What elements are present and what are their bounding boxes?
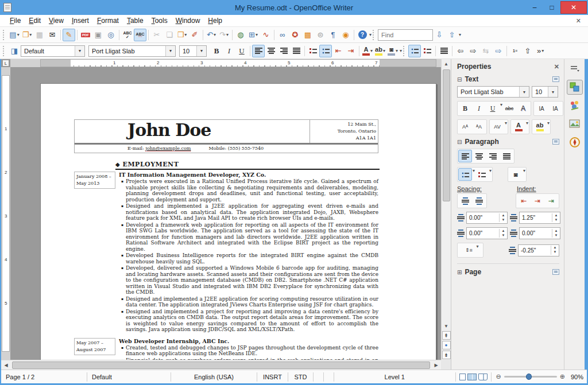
expand-icon[interactable]: ⊞ xyxy=(457,269,462,275)
copy-button[interactable]: ❏ xyxy=(163,29,176,41)
vertical-scroll-thumb[interactable] xyxy=(443,69,450,201)
text-dialog-launcher-icon[interactable] xyxy=(552,76,559,82)
toolbar-overflow-arrow[interactable]: ▾ xyxy=(369,32,372,37)
clone-formatting-button[interactable]: ✐ xyxy=(188,29,201,41)
find-previous-button[interactable]: ⇧ xyxy=(446,29,458,41)
vertical-scrollbar[interactable]: ▲ ▼ ⇞ ● ⇟ xyxy=(441,59,451,360)
decrease-indent-button[interactable]: ⇤ xyxy=(332,45,345,57)
gallery-button[interactable]: ▩ xyxy=(301,29,314,41)
tab-properties[interactable] xyxy=(567,80,583,95)
spinner-arrows[interactable]: ▲▼ xyxy=(552,229,560,238)
promote-level-button[interactable]: ⇦ xyxy=(454,45,467,57)
save-button[interactable]: ▦ xyxy=(33,29,46,41)
menu-table[interactable]: Table xyxy=(123,15,148,26)
outline-level-indicator[interactable]: Level 1 xyxy=(334,372,456,382)
paste-button[interactable]: ❒▾ xyxy=(176,29,188,41)
help-button[interactable]: ? xyxy=(356,29,369,41)
find-replace-button[interactable]: ∞ xyxy=(276,29,289,41)
title-bar[interactable]: My Resume.odt - OpenOffice Writer – □ ✕ xyxy=(0,0,588,15)
sidebar-bold-button[interactable]: B xyxy=(458,102,472,115)
menu-help[interactable]: Help xyxy=(204,15,226,26)
sidebar-justify-button[interactable] xyxy=(500,150,513,162)
highlighting-button[interactable]: ab▾ xyxy=(374,45,386,57)
formatting-marks-button[interactable]: ¶ xyxy=(327,29,339,41)
character-spacing-button[interactable]: AV xyxy=(490,120,504,133)
new-document-button[interactable]: ▤▾ xyxy=(8,29,21,41)
align-left-button[interactable] xyxy=(252,45,265,57)
dropdown-arrow-icon[interactable]: ▾ xyxy=(489,168,492,181)
tab-styles[interactable] xyxy=(567,98,583,113)
redo-button[interactable]: ↷▾ xyxy=(218,29,230,41)
sidebar-increase-indent-button[interactable]: ⇥ xyxy=(531,195,544,207)
insert-mode-indicator[interactable]: INSRT xyxy=(257,372,288,382)
find-input[interactable] xyxy=(378,29,433,41)
multi-page-view-icon[interactable] xyxy=(467,374,477,380)
numbering-on-off-button[interactable] xyxy=(421,45,434,57)
data-sources-button[interactable]: ⊜ xyxy=(314,29,327,41)
document-modified-indicator[interactable] xyxy=(314,372,324,382)
horizontal-scroll-thumb[interactable] xyxy=(12,361,430,369)
align-center-button[interactable] xyxy=(265,45,277,57)
menu-insert[interactable]: Insert xyxy=(68,15,93,26)
toolbar-overflow-arrow[interactable]: ▾ xyxy=(400,48,402,53)
document-page[interactable]: John Doe 12 Main St., Toronto, Ontario A… xyxy=(40,83,436,360)
decrease-spacing-button[interactable] xyxy=(472,195,486,207)
dropdown-arrow-icon[interactable]: ▾ xyxy=(476,244,478,256)
spinner-arrows[interactable]: ▲▼ xyxy=(551,246,559,255)
font-name-select[interactable]: Port Lligat Slab▾ xyxy=(88,45,176,57)
page-preview-button[interactable]: ◎ xyxy=(105,29,117,41)
zoom-button[interactable]: ◉ xyxy=(339,29,352,41)
sidebar-strikethrough-button[interactable]: abc xyxy=(502,102,516,115)
font-size-select[interactable]: 10▾ xyxy=(179,45,207,57)
paragraph-background-button[interactable]: ◙ xyxy=(509,168,523,181)
undo-button[interactable]: ↶▾ xyxy=(205,29,218,41)
scroll-right-icon[interactable]: ▶ xyxy=(431,360,441,370)
toolbar-grip[interactable] xyxy=(3,30,6,40)
close-button[interactable]: ✕ xyxy=(560,1,587,14)
tab-navigator[interactable] xyxy=(567,135,583,150)
toolbar-grip[interactable] xyxy=(373,30,376,40)
bold-button[interactable]: B xyxy=(210,45,223,57)
sidebar-shadow-button[interactable]: A xyxy=(516,102,530,115)
sidebar-font-name-select[interactable]: Port Lligat Slab▾ xyxy=(457,86,529,98)
move-up-button[interactable]: ⇧ xyxy=(521,45,534,57)
document-close-icon[interactable]: ✕ xyxy=(574,17,583,25)
spacing-below-field[interactable]: 0.00"▲▼ xyxy=(466,227,508,239)
switch-indent-button[interactable]: ⇥ xyxy=(544,195,558,207)
navigator-button[interactable]: ✪ xyxy=(289,29,301,41)
scroll-left-icon[interactable]: ◀ xyxy=(1,360,11,370)
move-swap-button[interactable]: ⇆ xyxy=(479,45,492,57)
sidebar-uppercase-button[interactable]: ǀA xyxy=(535,102,548,115)
sidebar-align-left-button[interactable] xyxy=(458,150,472,162)
scroll-down-icon[interactable]: ▼ xyxy=(442,321,451,330)
single-page-view-icon[interactable] xyxy=(459,374,466,380)
signature-indicator[interactable] xyxy=(324,372,334,382)
paragraph-section-header[interactable]: ⊟ Paragraph xyxy=(457,138,559,146)
grow-font-button[interactable]: Aᴬ xyxy=(458,120,472,133)
page-section-header[interactable]: ⊞ Page xyxy=(457,263,559,276)
bullet-list-button[interactable] xyxy=(319,45,332,57)
underline-button[interactable]: U xyxy=(235,45,248,57)
demote-subpoints-button[interactable] xyxy=(438,45,450,57)
dropdown-arrow-icon[interactable]: ▾ xyxy=(547,120,550,133)
email-link[interactable]: john@example.com xyxy=(145,146,191,151)
horizontal-ruler[interactable]: 1 2 3 4 5 6 7 xyxy=(10,59,451,67)
insert-table-button[interactable]: ⊞▾ xyxy=(247,29,260,41)
menu-file[interactable]: File xyxy=(6,15,25,26)
text-section-header[interactable]: ⊟ Text xyxy=(457,75,559,83)
first-line-indent-field[interactable]: -0.25"▲▼ xyxy=(518,244,559,256)
horizontal-scrollbar[interactable]: ◀ ▶ xyxy=(1,360,441,370)
dropdown-arrow-icon[interactable]: ▾ xyxy=(523,168,525,181)
toolbar-grip[interactable] xyxy=(403,46,406,56)
vertical-ruler[interactable]: 1 2 3 4 5 xyxy=(1,67,10,360)
collapse-icon[interactable]: ⊟ xyxy=(457,76,462,83)
sidebar-italic-button[interactable]: I xyxy=(472,102,486,115)
sidebar-align-right-button[interactable] xyxy=(486,150,500,162)
find-toolbar-overflow-arrow[interactable]: ▾ xyxy=(459,32,461,37)
restart-numbering-button[interactable]: 1≡ xyxy=(509,45,521,57)
indent-before-field[interactable]: 1.25"▲▼ xyxy=(519,212,560,224)
export-pdf-button[interactable]: PDF xyxy=(79,29,92,41)
edit-file-button[interactable]: ✎ xyxy=(63,29,75,41)
dropdown-arrow-icon[interactable]: ▾ xyxy=(505,120,507,133)
find-next-button[interactable]: ⇩ xyxy=(433,29,446,41)
